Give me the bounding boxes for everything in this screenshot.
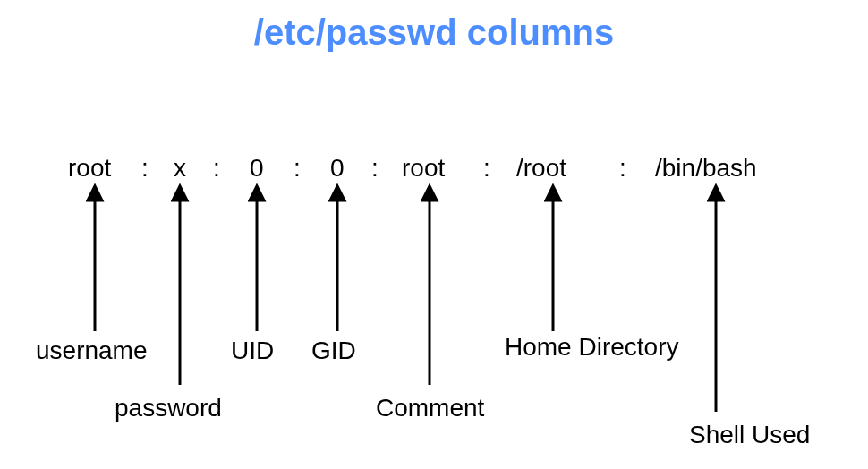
label-uid: UID	[231, 337, 274, 365]
label-password: password	[115, 394, 222, 422]
diagram-stage: /etc/passwd columns root : x : 0 : 0 : r…	[0, 0, 868, 469]
field-password: x	[174, 154, 186, 183]
page-title: /etc/passwd columns	[0, 13, 868, 53]
field-comment: root	[402, 154, 445, 183]
separator-2: :	[213, 154, 220, 183]
field-username: root	[68, 154, 111, 183]
field-uid: 0	[250, 154, 264, 183]
field-gid: 0	[330, 154, 345, 183]
field-shell: /bin/bash	[655, 154, 757, 183]
label-gid: GID	[311, 337, 356, 365]
separator-6: :	[619, 154, 626, 183]
separator-4: :	[371, 154, 379, 183]
field-home: /root	[516, 154, 566, 183]
separator-1: :	[141, 154, 149, 183]
label-home: Home Directory	[505, 333, 678, 362]
label-username: username	[36, 337, 148, 365]
separator-3: :	[294, 154, 301, 183]
separator-5: :	[483, 154, 490, 183]
label-comment: Comment	[376, 394, 484, 422]
label-shell: Shell Used	[689, 421, 810, 449]
